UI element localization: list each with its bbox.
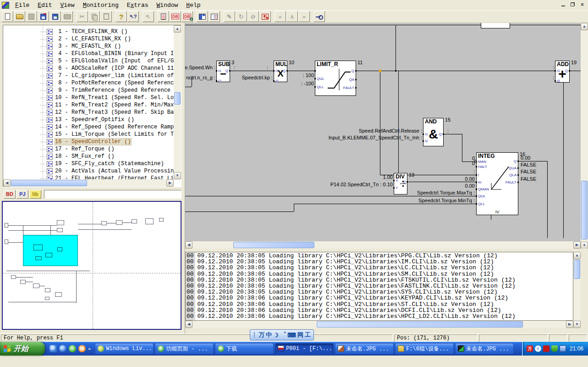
tree-item[interactable]: 21 - EFL_Heartbeat (Ethernet Fast Link u… [3,175,174,179]
taskbar-task[interactable]: 未命名.JPG ... [455,343,514,354]
tree-item[interactable]: 11 - RefN_Treat2 (Speed Ref. Min/Max) [3,101,174,109]
diagram-overview-panel[interactable] [2,201,181,330]
scroll-down-icon[interactable]: ▼ [581,242,588,249]
close-button[interactable]: × [578,1,586,8]
scrollbar-thumb[interactable] [581,181,588,239]
menu-help[interactable]: Help [182,1,204,10]
paipai-icon[interactable]: 拍 [78,345,86,352]
block-and[interactable]: ANDI1I2Q& [423,118,444,146]
help-button[interactable]: ? [115,11,127,22]
scrollbar-thumb[interactable] [233,242,314,248]
tree-item[interactable]: 7 - LC_gridpower_lim (Limitation of the … [3,72,174,79]
taskbar-task[interactable]: Windows Liv... [95,343,154,354]
menu-window[interactable]: Window [153,1,182,10]
taskbar-task[interactable]: F:\6辊\设备... [395,343,454,354]
scroll-down-icon[interactable]: ▼ [573,321,581,328]
download-to-device-button[interactable] [38,11,49,22]
tab-pj[interactable]: PJ [16,190,28,199]
tree-horizontal-scrollbar[interactable]: ◀ ▶ [3,179,174,187]
browser-icon[interactable] [59,345,66,352]
tree-item[interactable]: 6 - ADCScaleRef (ICP ADC Channel 11: Gai… [3,65,174,72]
tree-item[interactable]: 17 - Ref_Torque () [3,145,174,153]
filter-input[interactable] [44,190,181,199]
ime-tools-icon[interactable]: 工 [305,331,311,339]
log-horizontal-scrollbar[interactable]: ◀ ▶ [185,321,573,328]
collapse-chevron-icon[interactable]: ‹ [535,345,541,352]
canvas-horizontal-scrollbar[interactable]: ◀ ▶ [185,241,581,249]
scrollbar-thumb[interactable] [317,321,523,328]
antivirus-shield-icon[interactable] [551,345,558,352]
ime-toolbar[interactable]: 万中☽゜⌨网工 [250,329,314,340]
tree-item[interactable]: 9 - TrimReference (Speed Reference Trim … [3,87,174,94]
scroll-down-icon[interactable]: ▼ [174,172,181,179]
menu-extras[interactable]: Extras [123,1,153,10]
minimize-button[interactable] [559,1,567,8]
tree-item[interactable]: 1 - TECH_EFLINK_RX () [3,28,174,35]
taskbar-task[interactable]: 下载 [215,343,274,354]
block-limit_r[interactable]: LIMIT_RQULQLLQQAFAULT [315,61,356,96]
parameter-table-button[interactable] [209,11,220,22]
green-app-icon[interactable] [69,345,76,352]
scroll-right-icon[interactable]: ▶ [566,321,573,328]
block-integ[interactable]: INTEGMANHALTIKIQMANQULQLLQQUAQLAFAULTIV [476,152,518,215]
scrollbar-thumb[interactable] [174,92,181,105]
block-div[interactable]: DIVXYQ [394,173,407,195]
tree-item[interactable]: 12 - RefN_Treat3 (Speed Ref. Skip Bands) [3,109,174,116]
taskbar-task[interactable]: P80i - [F:\... [275,343,334,354]
tree-item[interactable]: 8 - PotMotReference (Speed Reference Mot… [3,79,174,87]
tab-lib[interactable]: lib [29,190,41,199]
log-vertical-scrollbar[interactable]: ▲ ▼ [573,252,581,328]
scroll-right-icon[interactable]: ▶ [573,241,581,249]
overview-viewport[interactable] [23,235,78,266]
watch-list-button[interactable] [158,11,169,22]
menu-file[interactable]: File [11,1,33,10]
ime-language-icon[interactable]: 万 [258,331,264,339]
block-mul[interactable]: MULI1I2QX [274,61,287,82]
tree-item[interactable]: 18 - SM_Fux_ref () [3,153,174,160]
restore-button[interactable] [569,1,577,8]
messenger-icon[interactable] [49,345,57,352]
start-button[interactable]: 开始 [0,342,45,356]
canvas-vertical-scrollbar[interactable]: ▲ ▼ [581,23,588,249]
tree-item[interactable]: 20 - ActVals (Actual Value Processing fo… [3,167,174,175]
tree-item[interactable]: 15 - Lim_Torque (Select Limits for Torqu… [3,131,174,138]
ime-softkeyboard-icon[interactable]: ⌨ [287,332,296,339]
context-help-button[interactable]: ↖? [127,11,139,22]
access-key-button[interactable] [313,11,325,22]
tree-item[interactable]: 2 - LC_EFASTLINK_RX () [3,35,174,43]
tab-bd[interactable]: BD [4,190,16,199]
tile-windows-button[interactable] [197,11,208,22]
menu-view[interactable]: View [56,1,78,10]
tree-item[interactable]: 5 - EFLGlobalValIn (Input of EFL/Global … [3,57,174,65]
block-sub[interactable]: SUBI1I2Q− [216,61,230,82]
scrollbar-thumb[interactable] [11,180,87,186]
tree-item[interactable]: 10 - RefN_Treat1 (Speed Ref. Sel. Local/… [3,94,174,101]
ime-mode-icon[interactable]: 中 [266,331,272,339]
pdf-tray-icon[interactable] [543,345,550,352]
menu-edit[interactable]: Edit [33,1,56,10]
database-button[interactable]: DB [170,11,181,22]
fbd-canvas[interactable]: SUBI1I2Q−3MULI1I2QX10LIMIT_RQULQLLQQAFAU… [185,23,581,241]
scroll-up-icon[interactable]: ▲ [573,252,581,259]
scroll-left-icon[interactable]: ◀ [3,179,11,187]
partial-block[interactable] [481,23,510,28]
tree-item[interactable]: 16 - SpeedController () [3,138,174,145]
wan-ime-tray-icon[interactable]: 万 [527,345,533,352]
profibus-config-button[interactable] [259,11,271,22]
ime-fullhalf-icon[interactable]: ☽ [273,332,279,339]
database-search-button[interactable]: DB [181,11,193,22]
tree-item[interactable]: 19 - SFC_Fly_catch (Statemachine) [3,160,174,167]
scroll-left-icon[interactable]: ◀ [185,321,192,328]
scrollbar-thumb[interactable] [574,260,580,279]
tree-item[interactable]: 13 - Speedref_Optifix () [3,116,174,123]
scroll-left-icon[interactable]: ◀ [185,241,192,249]
ime-punct-icon[interactable]: ゜ [280,331,286,339]
scroll-right-icon[interactable]: ▶ [166,179,174,187]
network-tray-icon[interactable] [560,345,566,352]
tree-vertical-scrollbar[interactable]: ▲ ▼ [174,25,181,179]
taskbar-task[interactable]: 未命名.JPG ... [335,343,394,354]
quick-launch-overflow-icon[interactable]: » [88,346,91,351]
block-add[interactable]: ADDI1I2Q+ [555,61,570,83]
tree-item[interactable]: 4 - EFLGlobal_BININ (Binary Input ICP CA… [3,50,174,57]
scroll-up-icon[interactable]: ▲ [174,25,181,33]
